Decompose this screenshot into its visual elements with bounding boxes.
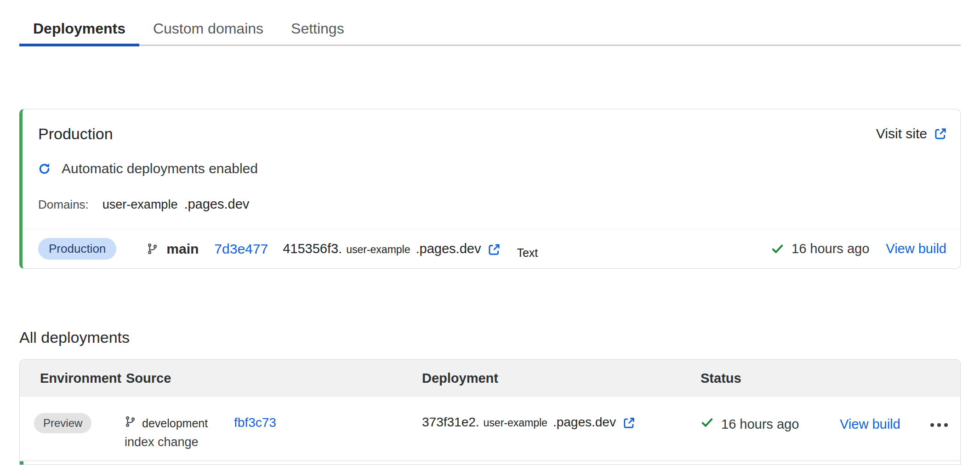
all-deployments-title: All deployments [19, 328, 130, 346]
success-check-icon [701, 416, 714, 429]
deployment-table-row: Preview development fbf3c73 index change… [20, 397, 960, 461]
domain-name: user-example [103, 198, 178, 212]
production-card: Production Visit site Automa [19, 109, 961, 269]
domains-row: Domains: user-example .pages.dev [38, 197, 249, 212]
deployment-url-link[interactable]: 415356f3. user-example .pages.dev [283, 241, 501, 256]
column-header-environment: Environment [40, 360, 121, 397]
success-check-icon [771, 242, 784, 255]
git-branch-icon [147, 243, 158, 255]
column-header-source: Source [126, 360, 171, 397]
next-row-production-accent [20, 461, 23, 465]
commit-link[interactable]: 7d3e477 [214, 241, 268, 257]
pages-project-screen: Deployments Custom domains Settings Prod… [0, 0, 980, 465]
environment-badge-preview: Preview [34, 413, 91, 433]
branch-name: development [142, 417, 208, 430]
commit-link[interactable]: fbf3c73 [234, 415, 276, 430]
production-deployment-row: Production main 7d3e477 415356f3. user-e… [23, 229, 960, 268]
deployment-url-hash: 373f31e2. [422, 415, 479, 430]
tab-settings-label: Settings [291, 20, 344, 37]
deployments-table: Environment Source Deployment Status Pre… [19, 359, 961, 465]
visit-site-label: Visit site [876, 126, 927, 142]
deployment-url-name: user-example [484, 417, 547, 429]
more-options-button[interactable] [926, 414, 952, 436]
tab-custom-domains-label: Custom domains [153, 20, 263, 37]
deployment-time: 16 hours ago [721, 417, 799, 432]
view-build-link[interactable]: View build [886, 241, 946, 256]
column-header-status: Status [701, 360, 741, 397]
production-card-title: Production [38, 125, 113, 143]
visit-site-link[interactable]: Visit site [876, 126, 947, 142]
tab-bar: Deployments Custom domains Settings [19, 11, 961, 46]
branch-name: main [166, 241, 199, 257]
commit-message: index change [125, 435, 199, 449]
deployment-url-name: user-example [346, 244, 410, 256]
ellipsis-icon [929, 422, 949, 428]
external-link-icon [622, 416, 636, 430]
deployment-url-suffix: .pages.dev [416, 241, 481, 256]
deployment-url-suffix: .pages.dev [553, 415, 616, 430]
domain-suffix: .pages.dev [184, 197, 249, 212]
environment-badge-production: Production [38, 238, 116, 260]
deployment-time: 16 hours ago [792, 241, 869, 256]
automatic-deployments-row: Automatic deployments enabled [38, 161, 258, 176]
tab-deployments-label: Deployments [33, 20, 125, 37]
tab-deployments[interactable]: Deployments [19, 11, 139, 46]
domains-label: Domains: [38, 198, 89, 212]
tab-custom-domains[interactable]: Custom domains [139, 11, 277, 46]
tab-settings[interactable]: Settings [277, 11, 358, 46]
deployments-table-header: Environment Source Deployment Status [20, 360, 960, 397]
external-link-icon [934, 127, 947, 141]
external-link-icon [487, 243, 501, 256]
deployment-note: Text [517, 246, 538, 260]
refresh-icon [38, 163, 51, 175]
deployment-url-link[interactable]: 373f31e2. user-example .pages.dev [422, 415, 636, 430]
git-branch-icon [125, 416, 136, 427]
view-build-link[interactable]: View build [840, 417, 900, 432]
column-header-deployment: Deployment [422, 360, 498, 397]
automatic-deployments-text: Automatic deployments enabled [62, 161, 258, 176]
production-card-header: Production Visit site [38, 123, 947, 144]
deployment-url-hash: 415356f3. [283, 241, 342, 256]
production-status-cluster: 16 hours ago View build [771, 241, 946, 256]
